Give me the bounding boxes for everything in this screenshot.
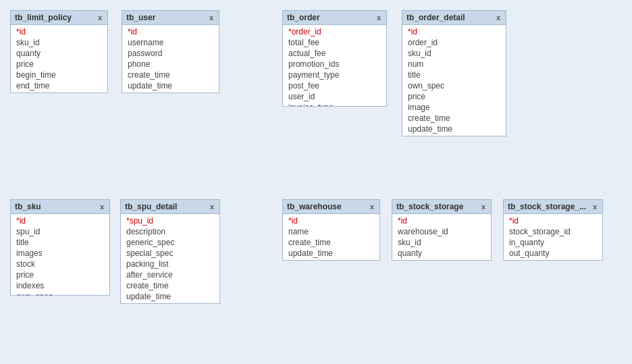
table-close-tb_order_detail[interactable]: x [495,14,502,22]
field-tb_limit_policy-2: quanty [11,48,107,59]
table-body-tb_stock_storage: *idwarehouse_idsku_idquanty [392,214,491,260]
field-tb_order_detail-2: sku_id [402,48,506,59]
field-tb_order_detail-7: image [402,102,506,113]
field-tb_stock_storage_log-3: out_quanty [504,248,602,259]
field-tb_spu_detail-7: update_time [121,291,219,302]
table-title-tb_sku: tb_sku [15,202,41,211]
field-tb_user-1: username [122,37,219,48]
field-tb_sku-1: spu_id [11,226,109,237]
table-tb_spu_detail: tb_spu_detailx*spu_iddescriptiongeneric_… [120,199,220,304]
table-header-tb_order: tb_orderx [283,11,386,25]
field-tb_user-2: password [122,48,219,59]
table-header-tb_order_detail: tb_order_detailx [402,11,506,25]
field-tb_order-2: actual_fee [283,48,386,59]
field-tb_spu_detail-1: description [121,226,219,237]
table-title-tb_stock_storage: tb_stock_storage [396,202,463,211]
canvas: tb_limit_policyx*idsku_idquantypricebegi… [0,0,632,364]
table-body-tb_user: *idusernamepasswordphonecreate_timeupdat… [122,25,219,93]
field-tb_user-5: update_time [122,80,219,91]
field-tb_order_detail-3: num [402,59,506,70]
field-tb_order_detail-4: title [402,70,506,80]
field-tb_spu_detail-6: create_time [121,280,219,291]
table-body-tb_spu_detail: *spu_iddescriptiongeneric_specspecial_sp… [121,214,219,303]
table-header-tb_stock_storage_log: tb_stock_storage_...x [504,200,602,214]
field-tb_order-7: invoice_type [283,102,386,106]
table-tb_order: tb_orderx*order_idtotal_feeactual_feepro… [282,10,387,107]
field-tb_order-3: promotion_ids [283,59,386,70]
table-title-tb_user: tb_user [126,13,155,22]
field-tb_order-6: user_id [283,91,386,102]
table-title-tb_spu_detail: tb_spu_detail [125,202,177,211]
table-tb_sku: tb_skux*idspu_idtitleimagesstockpriceind… [10,199,110,296]
table-title-tb_stock_storage_log: tb_stock_storage_... [508,202,586,211]
table-tb_warehouse: tb_warehousex*idnamecreate_timeupdate_ti… [282,199,380,261]
table-body-tb_sku: *idspu_idtitleimagesstockpriceindexesown… [11,214,109,295]
field-tb_warehouse-1: name [283,226,379,237]
table-close-tb_stock_storage_log[interactable]: x [591,203,598,211]
field-tb_order_detail-5: own_spec [402,80,506,91]
field-tb_user-0: *id [122,26,219,37]
table-body-tb_warehouse: *idnamecreate_timeupdate_time [283,214,379,260]
table-tb_stock_storage_log: tb_stock_storage_...x*idstock_storage_id… [503,199,603,261]
field-tb_limit_policy-3: price [11,59,107,70]
field-tb_user-3: phone [122,59,219,70]
table-body-tb_order_detail: *idorder_idsku_idnumtitleown_specpriceim… [402,25,506,136]
field-tb_limit_policy-0: *id [11,26,107,37]
table-header-tb_warehouse: tb_warehousex [283,200,379,214]
field-tb_warehouse-2: create_time [283,237,379,248]
table-header-tb_sku: tb_skux [11,200,109,214]
table-header-tb_user: tb_userx [122,11,219,25]
field-tb_order-4: payment_type [283,70,386,80]
table-close-tb_spu_detail[interactable]: x [209,203,215,211]
field-tb_spu_detail-4: packing_list [121,259,219,269]
table-tb_limit_policy: tb_limit_policyx*idsku_idquantypricebegi… [10,10,108,93]
table-close-tb_warehouse[interactable]: x [369,203,375,211]
field-tb_stock_storage-2: sku_id [392,237,491,248]
table-title-tb_warehouse: tb_warehouse [287,202,342,211]
table-title-tb_order: tb_order [287,13,320,22]
field-tb_order-1: total_fee [283,37,386,48]
field-tb_spu_detail-0: *spu_id [121,215,219,226]
table-header-tb_limit_policy: tb_limit_policyx [11,11,107,25]
field-tb_order_detail-8: create_time [402,113,506,124]
field-tb_stock_storage_log-1: stock_storage_id [504,226,602,237]
table-header-tb_spu_detail: tb_spu_detailx [121,200,219,214]
field-tb_sku-2: title [11,237,109,248]
table-close-tb_order[interactable]: x [375,14,382,22]
field-tb_limit_policy-1: sku_id [11,37,107,48]
field-tb_order_detail-9: update_time [402,124,506,134]
field-tb_stock_storage-0: *id [392,215,491,226]
table-close-tb_user[interactable]: x [208,14,215,22]
table-title-tb_limit_policy: tb_limit_policy [15,13,72,22]
field-tb_spu_detail-5: after_service [121,269,219,280]
table-close-tb_sku[interactable]: x [99,203,105,211]
field-tb_sku-6: indexes [11,280,109,291]
field-tb_order_detail-0: *id [402,26,506,37]
field-tb_stock_storage-3: quanty [392,248,491,259]
field-tb_sku-5: price [11,269,109,280]
field-tb_sku-3: images [11,248,109,259]
field-tb_warehouse-3: update_time [283,248,379,259]
table-body-tb_limit_policy: *idsku_idquantypricebegin_timeend_time [11,25,107,93]
table-tb_order_detail: tb_order_detailx*idorder_idsku_idnumtitl… [402,10,506,136]
table-close-tb_limit_policy[interactable]: x [97,14,103,22]
field-tb_user-4: create_time [122,70,219,80]
table-tb_user: tb_userx*idusernamepasswordphonecreate_t… [122,10,219,93]
field-tb_stock_storage_log-0: *id [504,215,602,226]
field-tb_spu_detail-3: special_spec [121,248,219,259]
table-close-tb_stock_storage[interactable]: x [480,203,487,211]
field-tb_warehouse-0: *id [283,215,379,226]
field-tb_sku-0: *id [11,215,109,226]
field-tb_stock_storage-1: warehouse_id [392,226,491,237]
table-body-tb_order: *order_idtotal_feeactual_feepromotion_id… [283,25,386,106]
field-tb_order-5: post_fee [283,80,386,91]
table-tb_stock_storage: tb_stock_storagex*idwarehouse_idsku_idqu… [392,199,492,261]
field-tb_stock_storage_log-2: in_quanty [504,237,602,248]
field-tb_limit_policy-4: begin_time [11,70,107,80]
table-header-tb_stock_storage: tb_stock_storagex [392,200,491,214]
field-tb_sku-7: own_spec [11,291,109,295]
field-tb_spu_detail-2: generic_spec [121,237,219,248]
field-tb_limit_policy-5: end_time [11,80,107,91]
field-tb_order-0: *order_id [283,26,386,37]
table-title-tb_order_detail: tb_order_detail [406,13,465,22]
